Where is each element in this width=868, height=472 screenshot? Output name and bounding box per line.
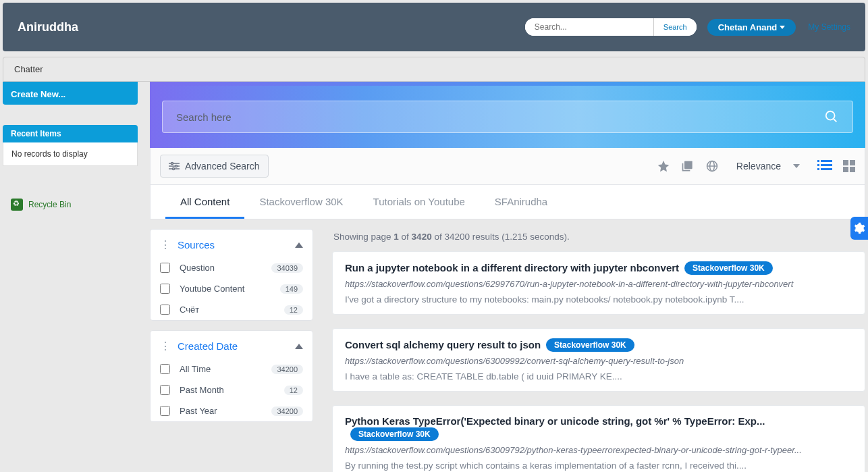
facets-column: ⋮SourcesQuestion34039Youtube Content149С… xyxy=(150,229,313,472)
sort-label: Relevance xyxy=(736,161,781,172)
list-view-icon[interactable] xyxy=(817,160,832,172)
facet-title: Sources xyxy=(178,239,215,251)
facet-checkbox[interactable] xyxy=(160,305,170,315)
svg-line-1 xyxy=(834,119,837,122)
sliders-icon xyxy=(169,161,180,171)
collections-icon[interactable] xyxy=(681,159,695,173)
user-name: Chetan Anand xyxy=(718,22,778,32)
svg-rect-16 xyxy=(817,168,819,170)
content-tab[interactable]: Stackoverflow 30K xyxy=(244,185,358,219)
facet-item[interactable]: Счёт12 xyxy=(151,299,313,320)
chevron-down-icon xyxy=(793,164,800,168)
result-title[interactable]: Convert sql alchemy query result to json xyxy=(345,339,541,350)
content-tab[interactable]: Tutorials on Youtube xyxy=(358,185,480,219)
global-search: Search xyxy=(525,18,697,36)
result-title[interactable]: Run a jupyter notebook in a different di… xyxy=(345,262,679,273)
content-tab[interactable]: SFAnirudha xyxy=(480,185,562,219)
global-search-button[interactable]: Search xyxy=(653,18,697,36)
svg-rect-18 xyxy=(843,160,848,165)
drag-dots-icon: ⋮ xyxy=(160,343,171,350)
facet-checkbox[interactable] xyxy=(160,364,170,374)
recent-items-empty: No records to display xyxy=(3,142,138,166)
facet-item[interactable]: All Time34200 xyxy=(151,359,313,379)
grid-view-icon[interactable] xyxy=(843,160,855,172)
facet-label: Счёт xyxy=(180,305,284,315)
content-tabs: All ContentStackoverflow 30KTutorials on… xyxy=(150,185,865,219)
star-icon[interactable] xyxy=(657,159,670,173)
chevron-up-icon[interactable] xyxy=(295,344,303,349)
hero-search-input[interactable] xyxy=(176,111,824,123)
my-settings-link[interactable]: My Settings xyxy=(808,22,850,32)
content-tab[interactable]: All Content xyxy=(165,185,244,219)
chevron-up-icon[interactable] xyxy=(295,242,303,248)
top-bar: Aniruddha Search Chetan Anand My Setting… xyxy=(3,3,865,51)
app-title: Aniruddha xyxy=(18,20,78,34)
facet-label: Youtube Content xyxy=(180,284,280,294)
facet-checkbox[interactable] xyxy=(160,406,170,416)
tab-chatter[interactable]: Chatter xyxy=(14,64,43,74)
main-content: Advanced Search Relevance All xyxy=(150,82,865,472)
svg-rect-14 xyxy=(817,164,819,166)
result-source-badge: Stackoverflow 30K xyxy=(684,261,773,275)
result-source-badge: Stackoverflow 30K xyxy=(350,427,439,441)
svg-rect-19 xyxy=(850,160,855,165)
user-menu[interactable]: Chetan Anand xyxy=(707,19,796,36)
result-card[interactable]: Convert sql alchemy query result to json… xyxy=(332,328,865,392)
advanced-search-button[interactable]: Advanced Search xyxy=(160,155,269,178)
facet-label: Question xyxy=(180,263,271,273)
recycle-label: Recycle Bin xyxy=(28,200,71,209)
svg-point-0 xyxy=(826,111,835,120)
result-url[interactable]: https://stackoverflow.com/questions/6299… xyxy=(345,279,852,289)
facet-count: 34039 xyxy=(271,263,303,273)
hero-search xyxy=(162,101,853,133)
results-column: Showing page 1 of 3420 of 34200 results … xyxy=(332,229,865,472)
recycle-icon xyxy=(11,199,23,211)
global-search-input[interactable] xyxy=(525,18,653,36)
caret-down-icon xyxy=(780,26,785,29)
settings-gear-tab[interactable] xyxy=(850,217,868,240)
facet-label: Past Year xyxy=(180,406,271,416)
svg-rect-17 xyxy=(821,168,832,170)
facet-count: 34200 xyxy=(271,365,303,374)
create-new-button[interactable]: Create New... xyxy=(3,84,138,105)
result-title[interactable]: Python Keras TypeError('Expected binary … xyxy=(345,415,765,427)
recycle-bin-link[interactable]: Recycle Bin xyxy=(3,190,138,219)
results-summary: Showing page 1 of 3420 of 34200 results … xyxy=(333,232,865,242)
result-card[interactable]: Python Keras TypeError('Expected binary … xyxy=(332,405,865,472)
facet-panel: ⋮Created DateAll Time34200Past Month12Pa… xyxy=(150,330,313,422)
sort-dropdown[interactable]: Relevance xyxy=(730,157,807,176)
drag-dots-icon: ⋮ xyxy=(160,242,171,248)
facet-count: 12 xyxy=(284,305,303,315)
facet-count: 149 xyxy=(280,284,303,294)
result-snippet: By running the test.py script which cont… xyxy=(345,461,852,471)
facet-label: Past Month xyxy=(180,385,284,395)
svg-point-6 xyxy=(175,165,178,167)
svg-point-5 xyxy=(171,163,173,165)
primary-tab-bar: Chatter xyxy=(3,57,865,82)
results-toolbar: Advanced Search Relevance xyxy=(150,148,865,185)
svg-rect-13 xyxy=(821,160,832,162)
left-sidebar: Create New... Recent Items No records to… xyxy=(3,82,138,472)
globe-icon[interactable] xyxy=(705,159,719,173)
svg-point-7 xyxy=(173,168,175,170)
facet-checkbox[interactable] xyxy=(160,263,170,273)
result-url[interactable]: https://stackoverflow.com/questions/6300… xyxy=(345,356,852,366)
facet-checkbox[interactable] xyxy=(160,284,170,294)
hero-banner xyxy=(150,86,865,148)
result-url[interactable]: https://stackoverflow.com/questions/6300… xyxy=(345,445,852,455)
facet-item[interactable]: Past Month12 xyxy=(151,379,313,400)
result-snippet: I've got a directory structure to my not… xyxy=(345,294,852,305)
facet-count: 34200 xyxy=(271,407,303,416)
facet-item[interactable]: Youtube Content149 xyxy=(151,278,313,299)
facet-panel: ⋮SourcesQuestion34039Youtube Content149С… xyxy=(150,229,313,321)
facet-count: 12 xyxy=(284,386,303,395)
facet-item[interactable]: Past Year34200 xyxy=(151,400,313,421)
facet-item[interactable]: Question34039 xyxy=(151,257,313,278)
svg-rect-12 xyxy=(817,160,819,162)
facet-checkbox[interactable] xyxy=(160,385,170,395)
result-card[interactable]: Run a jupyter notebook in a different di… xyxy=(332,251,865,315)
search-icon[interactable] xyxy=(824,109,839,124)
svg-rect-20 xyxy=(843,167,848,172)
result-source-badge: Stackoverflow 30K xyxy=(546,338,634,352)
advanced-search-label: Advanced Search xyxy=(185,161,260,172)
